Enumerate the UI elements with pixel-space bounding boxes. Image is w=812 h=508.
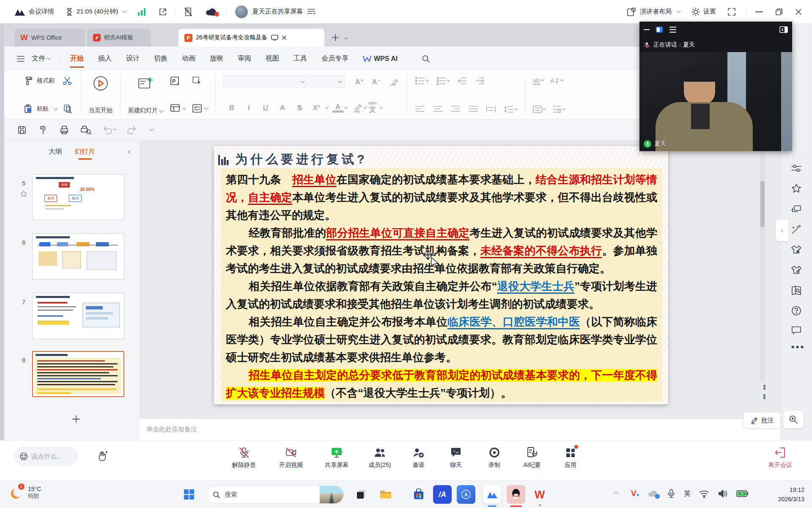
share-screen-button[interactable]: 共享屏幕 [316, 447, 357, 469]
slide-layout-button[interactable] [170, 103, 186, 114]
volume-tray-icon[interactable] [718, 489, 728, 498]
align-right-icon[interactable] [450, 105, 461, 113]
align-center-icon[interactable] [433, 105, 443, 113]
minimize-button[interactable] [755, 11, 763, 12]
feedback-icon[interactable] [791, 326, 802, 336]
increase-font-icon[interactable]: A⁺ [351, 77, 368, 86]
virtual-outfit-icon[interactable] [791, 244, 802, 255]
menu-transition[interactable]: 切换 [147, 47, 175, 71]
quickbar-more-button[interactable] [150, 127, 154, 131]
slide-thumbnail-8[interactable] [32, 351, 124, 397]
menu-tools[interactable]: 工具 [286, 47, 314, 71]
menu-design[interactable]: 设计 [119, 47, 147, 71]
file-explorer-button[interactable] [376, 485, 395, 504]
new-slide-button[interactable]: 新建幻灯片 [128, 74, 163, 116]
text-effect-button[interactable]: ab [533, 77, 543, 85]
ai-ppt-icon[interactable]: P [170, 76, 181, 87]
canvas-scrollbar[interactable] [760, 145, 765, 382]
members-button[interactable]: 成员(25) [359, 447, 400, 469]
raise-hand-button[interactable] [91, 447, 114, 466]
highlight-color-button[interactable] [352, 103, 363, 113]
close-button[interactable] [795, 8, 802, 15]
close-tab-icon[interactable] [282, 35, 287, 40]
tab-presentation[interactable]: P 26考研复试备考全攻略及备 [178, 29, 324, 47]
effects-star-icon[interactable] [791, 183, 802, 194]
collapse-panel-button[interactable]: ‹ [128, 147, 130, 156]
current-slide[interactable]: 为什么要进行复试? 第四十九条 招生单位在国家确定的初试成绩基本要求基础上，结合… [214, 146, 668, 404]
new-tab-button[interactable] [332, 34, 339, 41]
menu-member[interactable]: 会员专享 [314, 47, 356, 71]
menu-view[interactable]: 视图 [258, 47, 286, 71]
task-view-button[interactable] [352, 485, 370, 504]
shadow-button[interactable]: S [291, 104, 308, 112]
hamburger-icon[interactable] [17, 56, 25, 62]
wps-button[interactable]: W [530, 485, 549, 504]
taskbar-weather[interactable]: 1 15°C 晴朗 [9, 484, 41, 501]
share-windows-icon[interactable] [791, 204, 802, 215]
adjust-sliders-icon[interactable] [791, 163, 802, 174]
jianying-button[interactable]: /A [433, 485, 452, 504]
underline-button[interactable]: U [257, 104, 274, 112]
wps-cloud-tray-icon[interactable]: V● [631, 489, 639, 498]
maximize-button[interactable] [776, 8, 782, 15]
align-left-icon[interactable] [415, 105, 425, 113]
select-tool-icon[interactable] [192, 76, 203, 87]
save-icon[interactable] [17, 125, 27, 135]
invite-button[interactable]: 邀请 [398, 447, 439, 469]
qq-button[interactable] [507, 485, 525, 504]
video-menu-icon[interactable] [669, 27, 677, 33]
share-list-icon[interactable] [307, 8, 315, 15]
settings-button[interactable]: 设置 [691, 7, 716, 17]
meeting-details-button[interactable]: 会议详情 [29, 8, 54, 16]
menu-file[interactable]: 文件 [25, 47, 58, 71]
format-painter-button[interactable]: 格式刷 [23, 76, 73, 86]
decrease-font-icon[interactable]: A⁻ [368, 77, 385, 86]
notes-disabled-icon[interactable] [183, 7, 193, 17]
bullet-list-button[interactable] [415, 77, 428, 85]
ime-indicator[interactable]: 英 [684, 489, 691, 498]
paragraph-layout-button[interactable] [533, 105, 546, 113]
tencent-meeting-button[interactable] [483, 485, 502, 504]
tab-slides[interactable]: 幻灯片 [75, 147, 95, 156]
tab-docer-templates[interactable]: 稻壳AI模板 [87, 29, 151, 47]
menu-insert[interactable]: 插入 [91, 47, 119, 71]
unmute-button[interactable]: 解除静音 [224, 447, 264, 469]
menu-home[interactable]: 开始 [63, 47, 91, 71]
search-icon[interactable] [422, 55, 430, 63]
tab-wps-office[interactable]: W WPS Office [14, 29, 85, 47]
wifi-tray-icon[interactable] [699, 489, 709, 498]
tray-expand-button[interactable] [614, 491, 618, 496]
prev-slide-button[interactable]: ▲▲ [762, 384, 767, 389]
undo-button[interactable] [102, 125, 116, 135]
chat-quick-input[interactable]: 说点什么... [14, 447, 78, 466]
tab-list-button[interactable] [344, 36, 348, 40]
text-tools-button[interactable] [552, 105, 565, 113]
star-icon[interactable] [20, 190, 27, 197]
apps-button[interactable]: 应用 [550, 447, 591, 469]
clear-format-icon[interactable] [388, 76, 399, 87]
leave-meeting-button[interactable]: 离开会议 [757, 447, 804, 469]
menu-slideshow[interactable]: 放映 [203, 47, 230, 71]
line-spacing-button[interactable] [504, 105, 517, 113]
strikethrough-button[interactable]: A [274, 104, 291, 112]
magic-wand-icon[interactable] [791, 224, 802, 235]
menu-animation[interactable]: 动画 [175, 47, 203, 71]
print-icon[interactable] [59, 125, 69, 135]
scrollbar-thumb[interactable] [760, 181, 765, 227]
taskbar-search[interactable]: 搜索 [206, 486, 344, 504]
taskbar-clock[interactable]: 19:12 2026/3/13 [778, 485, 804, 504]
cut-icon[interactable] [62, 76, 72, 86]
battery-tray-icon[interactable] [736, 490, 748, 497]
ai-minutes-button[interactable]: AI纪要 [512, 447, 552, 469]
paste-button[interactable]: 粘贴 [23, 104, 73, 114]
add-slide-button[interactable] [72, 415, 80, 423]
video-minimize-icon[interactable] [644, 29, 650, 30]
notes-bar[interactable]: 单击此处添加备注 [140, 418, 780, 440]
video-layout-icon[interactable] [656, 26, 663, 33]
more-tools-icon[interactable]: ●●● [791, 343, 805, 350]
start-button[interactable] [180, 485, 198, 504]
zoom-in-button[interactable] [783, 411, 804, 428]
cloud-sync-tray-icon[interactable]: i [647, 489, 658, 498]
slide-thumbnail-7[interactable] [32, 293, 124, 339]
help-icon[interactable] [791, 305, 802, 316]
